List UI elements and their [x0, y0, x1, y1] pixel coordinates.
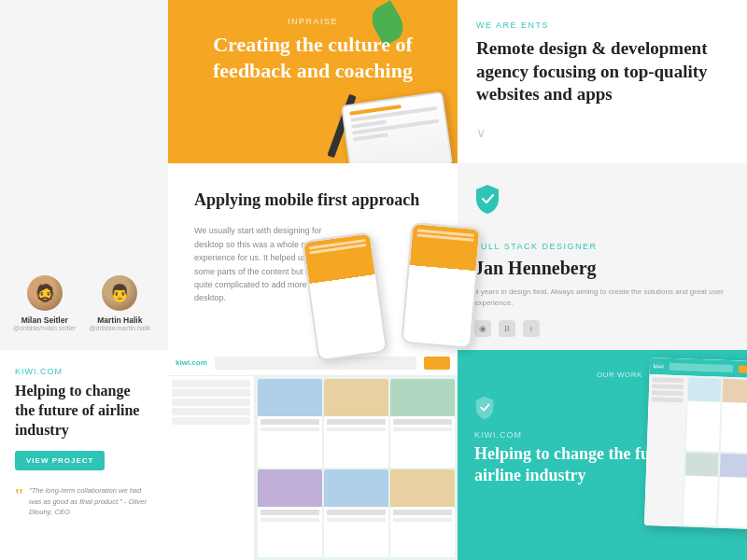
kiwi-card-5-sub [327, 518, 386, 522]
teal-scr-body [644, 374, 747, 529]
phone-back [302, 231, 388, 361]
kiwi-card-6-title [393, 510, 452, 515]
phones-mockup [327, 224, 467, 345]
teal-scr-left [644, 374, 687, 526]
agency-eyebrow: WE ARE ENTS [476, 21, 728, 30]
social-icons-group: ◉ B t [474, 320, 540, 337]
teal-card-3 [684, 452, 718, 525]
kiwi-card-3 [390, 379, 455, 468]
hero-title: Creating the culture of feedback and coa… [189, 32, 437, 83]
chevron-down-icon[interactable]: ∨ [476, 125, 728, 141]
kiwi-card-2-title [327, 419, 386, 425]
quote-mark: " [15, 485, 23, 506]
teal-scr-logo: kiwi [654, 363, 664, 369]
shield-icon [474, 184, 500, 214]
kiwi-card-4-img [258, 469, 322, 507]
member2-name: Martin Halik [97, 315, 142, 325]
kiwi-sidebar-item-5 [172, 417, 250, 425]
tablet-screen [343, 93, 451, 163]
tablet-line-3 [352, 119, 440, 135]
kiwi-search-bar [215, 357, 416, 370]
cell-agency: WE ARE ENTS Remote design & development … [458, 0, 747, 163]
kiwi-card-1-title [261, 419, 319, 425]
kiwi-label: KIWI.COM [15, 367, 63, 376]
member1-handle: @dribble/milan.seitler [13, 325, 76, 331]
kiwi-header-bar: kiwi.com [168, 350, 458, 376]
quote-block: " "The long-term collaboration we had wa… [15, 485, 153, 517]
avatar-martin: 👨 [102, 275, 137, 311]
avatar-milan-face: 🧔 [27, 275, 63, 311]
kiwi-search-button[interactable] [424, 357, 450, 370]
kiwi-sidebar-item-3 [172, 399, 250, 406]
kiwi-sidebar-item-4 [172, 408, 250, 415]
kiwi-card-1-sub [261, 427, 319, 431]
kiwi-content-area [168, 376, 458, 560]
kiwi-card-6-img [390, 469, 455, 507]
kiwi-card-5 [324, 469, 388, 558]
kiwi-logo-mini: kiwi.com [176, 358, 207, 367]
teal-scr-line-4 [652, 397, 684, 402]
kiwi-sidebar-item-2 [172, 389, 250, 397]
teal-card-3-img [685, 452, 718, 476]
kiwi-card-5-title [327, 510, 386, 515]
cell-hero: INPRAISE Creating the culture of feedbac… [168, 0, 458, 163]
kiwi-card-5-img [324, 469, 388, 507]
teal-card-2-img [722, 379, 747, 403]
phone-front [401, 222, 481, 349]
kiwi-title: Helping to change the future of airline … [15, 382, 153, 440]
teal-scr-right [682, 375, 747, 529]
kiwi-card-4-sub [261, 518, 319, 522]
kiwi-card-3-sub [393, 427, 452, 431]
kiwi-card-2 [324, 379, 388, 468]
teal-scr-line-2 [652, 384, 684, 389]
kiwi-sidebar [168, 376, 255, 560]
cell-designer: FULL STACK DESIGNER Jan Henneberg 9 year… [458, 163, 747, 350]
teal-scr-search [669, 363, 733, 372]
teal-card-4-img [719, 454, 747, 478]
hero-eyebrow: INPRAISE [288, 17, 338, 26]
teal-card-1-img [688, 378, 721, 402]
kiwi-card-1-img [258, 379, 322, 416]
quote-text: "The long-term collaboration we had was … [29, 485, 153, 517]
kiwi-app-screenshot: kiwi.com [168, 350, 458, 560]
phone-back-screen [303, 233, 386, 359]
designer-name: Jan Henneberg [474, 257, 597, 279]
kiwi-card-3-img [390, 379, 455, 416]
teal-shield-icon [474, 396, 495, 419]
teal-scr-line-3 [652, 390, 684, 396]
cell-top-left [0, 0, 168, 163]
member1-name: Milan Seitler [21, 315, 68, 325]
team-member-2: 👨 Martin Halik @dribble/martin.halik [89, 275, 150, 331]
twitter-icon[interactable]: t [523, 320, 540, 337]
teal-card-2 [720, 379, 747, 453]
cell-kiwi-text: KIWI.COM Helping to change the future of… [0, 350, 168, 560]
tablet-lines [343, 93, 447, 150]
teal-scr-line-1 [652, 377, 684, 383]
view-project-button[interactable]: VIEW PROJECT [15, 451, 105, 470]
teal-card-1 [686, 378, 721, 452]
team-member-1: 🧔 Milan Seitler @dribble/milan.seitler [13, 275, 76, 331]
page-grid: INPRAISE Creating the culture of feedbac… [0, 0, 747, 560]
kiwi-card-3-title [393, 419, 452, 425]
mobile-first-title: Applying mobile first approach [194, 189, 431, 211]
kiwi-card-2-img [324, 379, 388, 416]
agency-title: Remote design & development agency focus… [476, 37, 728, 106]
teal-kiwi-screenshot: kiwi [644, 357, 747, 529]
kiwi-card-4-title [261, 510, 319, 515]
cell-team: 🧔 Milan Seitler @dribble/milan.seitler 👨… [0, 163, 168, 350]
teal-card-4 [718, 454, 747, 527]
teal-scr-btn [739, 365, 747, 373]
cell-kiwi-screenshot: kiwi.com [168, 350, 458, 560]
cell-teal: OUR WORK ABOUT US ASS + KIWI.COM Helping… [458, 350, 747, 560]
member2-handle: @dribble/martin.halik [89, 325, 150, 331]
designer-bio: 9 years in design field. Always aiming t… [474, 287, 730, 309]
nav-our-work[interactable]: OUR WORK [597, 371, 642, 379]
kiwi-sidebar-item-1 [172, 380, 250, 387]
instagram-icon[interactable]: ◉ [474, 320, 491, 337]
tablet-mockup [341, 91, 453, 163]
avatar-milan: 🧔 [27, 275, 63, 311]
kiwi-card-4 [258, 469, 322, 558]
team-members-list: 🧔 Milan Seitler @dribble/milan.seitler 👨… [13, 275, 150, 331]
behance-icon[interactable]: B [499, 320, 515, 337]
avatar-martin-face: 👨 [102, 275, 137, 311]
